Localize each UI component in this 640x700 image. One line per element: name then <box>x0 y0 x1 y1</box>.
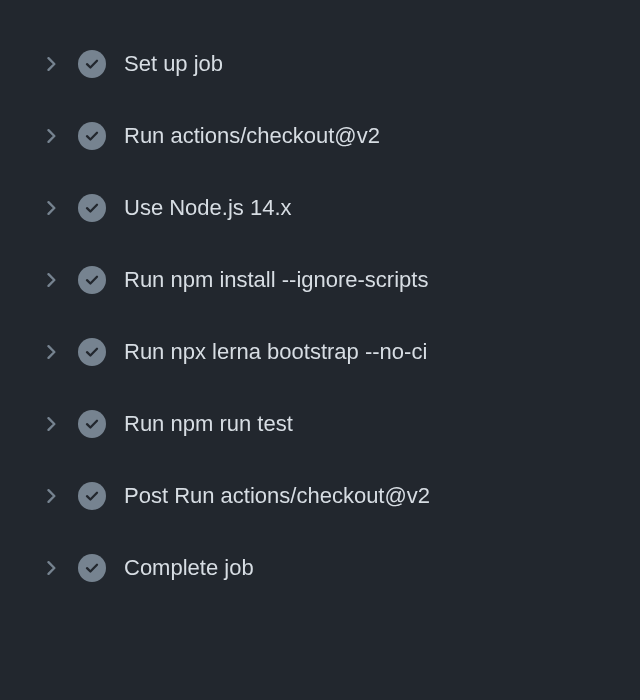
check-circle-icon <box>78 482 106 510</box>
step-label: Set up job <box>124 51 223 77</box>
workflow-step-row[interactable]: Use Node.js 14.x <box>0 172 640 244</box>
step-label: Post Run actions/checkout@v2 <box>124 483 430 509</box>
chevron-right-icon <box>44 56 60 72</box>
workflow-step-row[interactable]: Post Run actions/checkout@v2 <box>0 460 640 532</box>
workflow-step-list: Set up job Run actions/checkout@v2 Use N… <box>0 28 640 604</box>
chevron-right-icon <box>44 272 60 288</box>
workflow-step-row[interactable]: Run npx lerna bootstrap --no-ci <box>0 316 640 388</box>
workflow-step-row[interactable]: Set up job <box>0 28 640 100</box>
workflow-step-row[interactable]: Run npm run test <box>0 388 640 460</box>
chevron-right-icon <box>44 416 60 432</box>
workflow-step-row[interactable]: Complete job <box>0 532 640 604</box>
step-label: Run actions/checkout@v2 <box>124 123 380 149</box>
check-circle-icon <box>78 338 106 366</box>
step-label: Run npm run test <box>124 411 293 437</box>
check-circle-icon <box>78 50 106 78</box>
step-label: Use Node.js 14.x <box>124 195 292 221</box>
chevron-right-icon <box>44 128 60 144</box>
chevron-right-icon <box>44 560 60 576</box>
step-label: Complete job <box>124 555 254 581</box>
check-circle-icon <box>78 194 106 222</box>
check-circle-icon <box>78 122 106 150</box>
chevron-right-icon <box>44 200 60 216</box>
chevron-right-icon <box>44 488 60 504</box>
check-circle-icon <box>78 410 106 438</box>
check-circle-icon <box>78 554 106 582</box>
step-label: Run npx lerna bootstrap --no-ci <box>124 339 427 365</box>
step-label: Run npm install --ignore-scripts <box>124 267 428 293</box>
check-circle-icon <box>78 266 106 294</box>
workflow-step-row[interactable]: Run actions/checkout@v2 <box>0 100 640 172</box>
chevron-right-icon <box>44 344 60 360</box>
workflow-step-row[interactable]: Run npm install --ignore-scripts <box>0 244 640 316</box>
